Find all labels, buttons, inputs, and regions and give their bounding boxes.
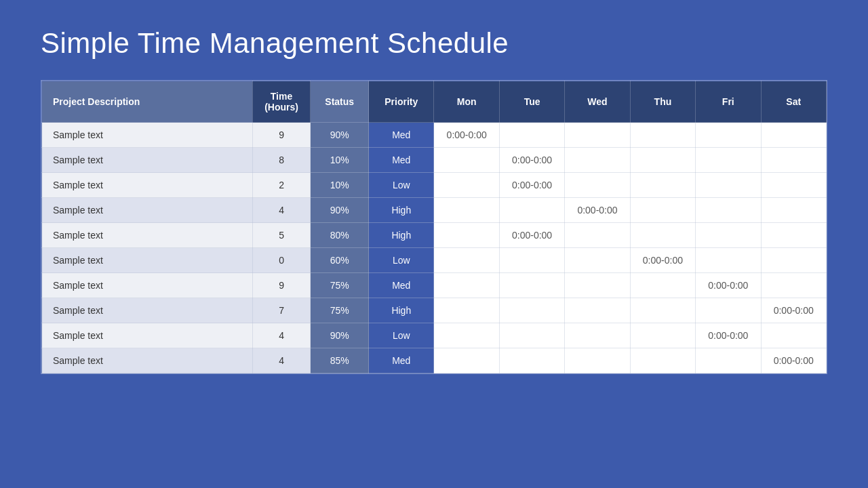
cell-tue <box>499 248 564 273</box>
cell-project: Sample text <box>42 298 253 323</box>
cell-priority: Med <box>369 273 434 298</box>
cell-priority: Med <box>369 348 434 373</box>
cell-sat <box>761 148 826 173</box>
cell-status: 10% <box>311 148 369 173</box>
cell-fri <box>696 348 761 373</box>
cell-sat <box>761 273 826 298</box>
table-row: Sample text490%High0:00-0:00 <box>42 198 827 223</box>
cell-fri <box>696 223 761 248</box>
cell-status: 75% <box>311 273 369 298</box>
cell-status: 75% <box>311 298 369 323</box>
cell-tue <box>499 123 564 148</box>
cell-fri <box>696 173 761 198</box>
cell-mon <box>434 323 499 348</box>
cell-tue: 0:00-0:00 <box>499 223 564 248</box>
cell-fri <box>696 298 761 323</box>
header-fri: Fri <box>696 81 761 123</box>
cell-time: 4 <box>252 198 311 223</box>
cell-sat: 0:00-0:00 <box>761 348 826 373</box>
cell-sat <box>761 198 826 223</box>
cell-priority: High <box>369 198 434 223</box>
table-row: Sample text485%Med0:00-0:00 <box>42 348 827 373</box>
schedule-table-container: Project Description Time (Hours) Status … <box>41 80 827 374</box>
cell-wed <box>565 348 630 373</box>
cell-fri <box>696 198 761 223</box>
cell-mon: 0:00-0:00 <box>434 123 499 148</box>
cell-fri: 0:00-0:00 <box>696 323 761 348</box>
cell-status: 90% <box>311 323 369 348</box>
cell-thu <box>630 348 695 373</box>
cell-tue: 0:00-0:00 <box>499 173 564 198</box>
cell-status: 90% <box>311 198 369 223</box>
table-row: Sample text490%Low0:00-0:00 <box>42 323 827 348</box>
header-wed: Wed <box>565 81 630 123</box>
table-row: Sample text810%Med0:00-0:00 <box>42 148 827 173</box>
cell-thu: 0:00-0:00 <box>630 248 695 273</box>
cell-mon <box>434 173 499 198</box>
table-row: Sample text060%Low0:00-0:00 <box>42 248 827 273</box>
cell-wed <box>565 323 630 348</box>
cell-project: Sample text <box>42 173 253 198</box>
table-row: Sample text975%Med0:00-0:00 <box>42 273 827 298</box>
cell-fri <box>696 123 761 148</box>
header-sat: Sat <box>761 81 826 123</box>
cell-wed <box>565 173 630 198</box>
cell-mon <box>434 148 499 173</box>
header-thu: Thu <box>630 81 695 123</box>
cell-priority: Low <box>369 173 434 198</box>
cell-tue <box>499 298 564 323</box>
cell-mon <box>434 273 499 298</box>
cell-wed <box>565 223 630 248</box>
cell-project: Sample text <box>42 123 253 148</box>
header-status: Status <box>311 81 369 123</box>
cell-thu <box>630 173 695 198</box>
header-priority: Priority <box>369 81 434 123</box>
cell-tue: 0:00-0:00 <box>499 148 564 173</box>
page-title: Simple Time Management Schedule <box>41 27 827 60</box>
cell-wed <box>565 123 630 148</box>
cell-sat <box>761 173 826 198</box>
cell-wed: 0:00-0:00 <box>565 198 630 223</box>
cell-fri: 0:00-0:00 <box>696 273 761 298</box>
cell-sat: 0:00-0:00 <box>761 298 826 323</box>
cell-time: 4 <box>252 323 311 348</box>
header-mon: Mon <box>434 81 499 123</box>
table-row: Sample text210%Low0:00-0:00 <box>42 173 827 198</box>
cell-priority: High <box>369 223 434 248</box>
cell-project: Sample text <box>42 248 253 273</box>
cell-thu <box>630 298 695 323</box>
cell-priority: High <box>369 298 434 323</box>
schedule-table: Project Description Time (Hours) Status … <box>41 81 827 373</box>
cell-priority: Med <box>369 123 434 148</box>
cell-status: 90% <box>311 123 369 148</box>
cell-priority: Low <box>369 323 434 348</box>
cell-project: Sample text <box>42 198 253 223</box>
cell-tue <box>499 348 564 373</box>
table-header-row: Project Description Time (Hours) Status … <box>42 81 827 123</box>
table-body: Sample text990%Med0:00-0:00Sample text81… <box>42 123 827 373</box>
cell-wed <box>565 298 630 323</box>
cell-wed <box>565 248 630 273</box>
cell-time: 9 <box>252 123 311 148</box>
cell-tue <box>499 323 564 348</box>
cell-mon <box>434 198 499 223</box>
cell-time: 4 <box>252 348 311 373</box>
cell-sat <box>761 323 826 348</box>
cell-sat <box>761 123 826 148</box>
cell-priority: Low <box>369 248 434 273</box>
cell-time: 0 <box>252 248 311 273</box>
cell-mon <box>434 348 499 373</box>
cell-thu <box>630 323 695 348</box>
cell-project: Sample text <box>42 323 253 348</box>
cell-status: 60% <box>311 248 369 273</box>
cell-sat <box>761 248 826 273</box>
cell-mon <box>434 223 499 248</box>
cell-time: 2 <box>252 173 311 198</box>
cell-wed <box>565 148 630 173</box>
cell-thu <box>630 123 695 148</box>
cell-mon <box>434 298 499 323</box>
header-project: Project Description <box>42 81 253 123</box>
cell-status: 10% <box>311 173 369 198</box>
cell-fri <box>696 248 761 273</box>
header-tue: Tue <box>499 81 564 123</box>
